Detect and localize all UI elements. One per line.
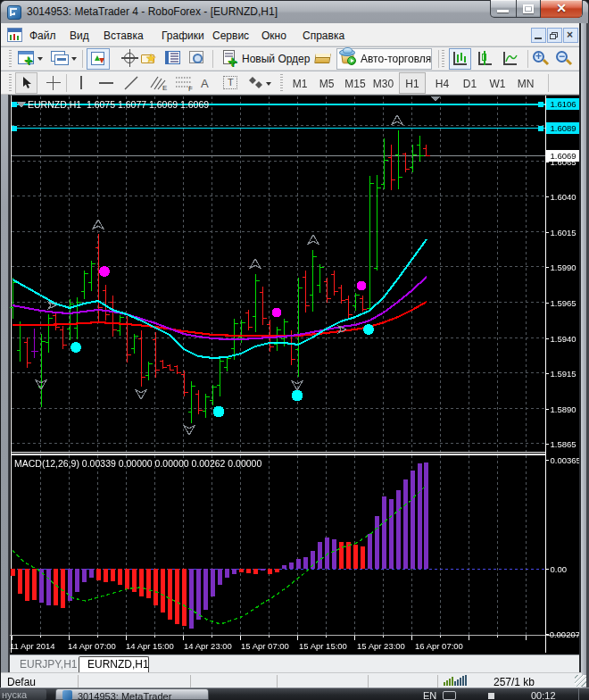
svg-text:MACD(12,26,9) 0.00339 0.00000: MACD(12,26,9) 0.00339 0.00000 0.00000 0.… — [14, 458, 261, 469]
svg-text:1.6040: 1.6040 — [551, 192, 577, 202]
svg-text:1.5990: 1.5990 — [551, 262, 577, 272]
svg-text:0.00365: 0.00365 — [551, 455, 581, 465]
svg-text:15 Apr 23:00: 15 Apr 23:00 — [357, 641, 405, 651]
svg-text:EURNZD,H1 1.6075 1.6077 1.606: EURNZD,H1 1.6075 1.6077 1.6069 1.6069 — [28, 99, 209, 110]
svg-text:1.5915: 1.5915 — [551, 369, 577, 379]
svg-text:14 Apr 07:00: 14 Apr 07:00 — [68, 641, 116, 651]
svg-text:1.6106: 1.6106 — [551, 99, 577, 109]
svg-text:1.6065: 1.6065 — [551, 157, 577, 167]
svg-text:1.5940: 1.5940 — [551, 334, 577, 344]
svg-text:-0.00207: -0.00207 — [547, 629, 581, 639]
svg-text:1.5890: 1.5890 — [551, 404, 577, 414]
svg-text:14 Apr 23:00: 14 Apr 23:00 — [184, 641, 232, 651]
svg-text:14 Apr 15:00: 14 Apr 15:00 — [126, 641, 174, 651]
svg-text:15 Apr 15:00: 15 Apr 15:00 — [299, 641, 347, 651]
svg-text:11 Apr 2014: 11 Apr 2014 — [10, 641, 55, 651]
svg-text:15 Apr 07:00: 15 Apr 07:00 — [241, 641, 289, 651]
svg-text:1.5965: 1.5965 — [551, 298, 577, 308]
svg-text:1.6015: 1.6015 — [551, 228, 577, 238]
svg-text:1.5865: 1.5865 — [551, 439, 577, 449]
svg-text:0.00: 0.00 — [551, 564, 568, 574]
svg-text:1.6089: 1.6089 — [551, 123, 577, 133]
svg-text:16 Apr 07:00: 16 Apr 07:00 — [415, 641, 463, 651]
